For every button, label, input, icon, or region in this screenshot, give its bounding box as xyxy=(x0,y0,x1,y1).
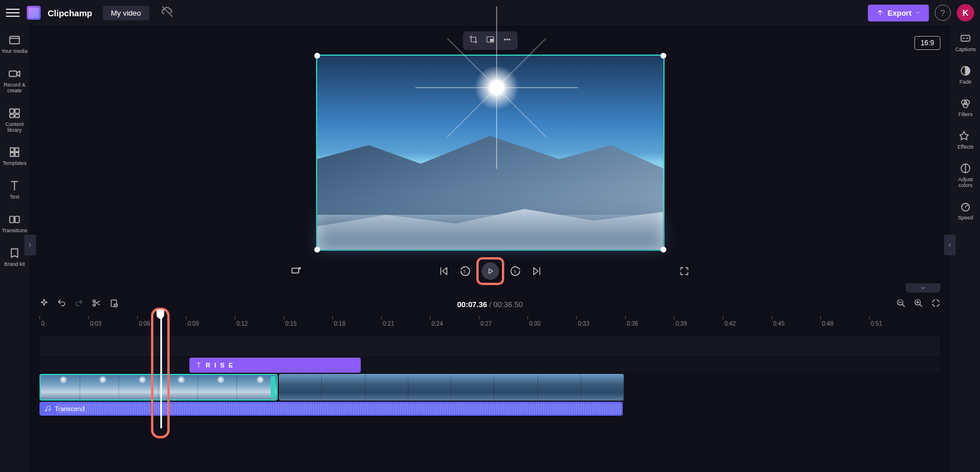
svg-rect-8 xyxy=(15,148,19,152)
forward-5s-icon[interactable]: 5 xyxy=(509,265,521,277)
undo-icon[interactable] xyxy=(57,298,66,310)
delete-icon[interactable] xyxy=(109,298,119,310)
svg-rect-4 xyxy=(15,109,19,113)
aspect-ratio-button[interactable]: 16:9 xyxy=(914,36,940,50)
rightbar-fade[interactable]: Fade xyxy=(960,65,972,85)
audio-track[interactable]: Transcend xyxy=(40,402,940,416)
rightbar-speed[interactable]: Speed xyxy=(958,201,973,221)
sidebar-your-media[interactable]: Your media xyxy=(0,33,29,56)
video-clip-2[interactable] xyxy=(279,374,624,401)
project-title[interactable]: My video xyxy=(103,6,149,20)
svg-rect-11 xyxy=(10,217,14,223)
crop-toolbar xyxy=(463,31,518,50)
user-avatar[interactable]: K xyxy=(957,4,974,21)
sidebar-transitions[interactable]: Transitions xyxy=(0,212,29,235)
svg-rect-12 xyxy=(15,217,19,223)
svg-point-24 xyxy=(509,39,510,40)
svg-rect-5 xyxy=(10,114,14,118)
playback-controls: 5 5 xyxy=(29,258,951,284)
timecode-display: 00:07.36 / 00:36.50 xyxy=(457,300,523,309)
export-button[interactable]: Export xyxy=(868,5,929,21)
brand-name: Clipchamp xyxy=(48,8,92,18)
svg-point-16 xyxy=(964,100,969,105)
total-time: 00:36.50 xyxy=(493,300,523,309)
svg-rect-2 xyxy=(9,71,17,76)
resize-handle-tl[interactable] xyxy=(314,53,320,59)
svg-point-17 xyxy=(963,103,968,107)
svg-text:5: 5 xyxy=(463,269,465,273)
timeline: 00:07.36 / 00:36.50 00:030:060:090:120:1… xyxy=(29,290,951,472)
crop-icon[interactable] xyxy=(469,35,478,46)
resize-handle-tr[interactable] xyxy=(660,53,666,59)
app-logo-icon xyxy=(27,6,41,20)
help-icon[interactable]: ? xyxy=(935,5,951,21)
text-clip[interactable]: R I S E xyxy=(189,358,361,373)
text-clip-label: R I S E xyxy=(206,362,234,369)
svg-rect-7 xyxy=(10,148,14,152)
zoom-out-icon[interactable] xyxy=(896,298,906,310)
skip-forward-icon[interactable] xyxy=(532,266,542,276)
right-sidebar: Captions Fade Filters Effects Adjust col… xyxy=(951,26,980,472)
rightbar-adjust-colors[interactable]: Adjust colors xyxy=(951,163,980,188)
top-bar: Clipchamp My video Export ? K xyxy=(0,0,980,26)
ai-icon[interactable] xyxy=(40,298,49,310)
skip-back-icon[interactable] xyxy=(439,266,449,276)
play-button[interactable] xyxy=(482,262,499,280)
svg-rect-13 xyxy=(961,35,970,41)
more-icon[interactable] xyxy=(502,35,512,46)
left-sidebar: Your media Record & create Content libra… xyxy=(0,26,29,472)
pip-icon[interactable] xyxy=(485,35,496,46)
svg-rect-6 xyxy=(15,114,19,118)
zoom-in-icon[interactable] xyxy=(914,298,923,310)
sidebar-content-library[interactable]: Content library xyxy=(0,106,29,135)
svg-point-22 xyxy=(504,39,505,40)
rightbar-filters[interactable]: Filters xyxy=(959,98,973,117)
sidebar-record-create[interactable]: Record & create xyxy=(0,66,29,95)
current-time: 00:07.36 xyxy=(457,300,487,309)
svg-rect-25 xyxy=(292,268,299,273)
svg-rect-21 xyxy=(490,39,493,41)
timeline-tracks: R I S E Transcend xyxy=(40,336,940,416)
video-track[interactable] xyxy=(40,374,940,401)
split-icon[interactable] xyxy=(92,298,101,310)
empty-track[interactable] xyxy=(40,336,940,356)
redo-icon[interactable] xyxy=(74,298,84,310)
svg-rect-9 xyxy=(10,153,14,156)
rightbar-effects[interactable]: Effects xyxy=(957,130,973,150)
fullscreen-icon[interactable] xyxy=(679,266,690,276)
svg-rect-3 xyxy=(10,109,14,113)
effects-toggle-icon[interactable] xyxy=(290,265,302,277)
rightbar-captions[interactable]: Captions xyxy=(955,33,976,52)
menu-icon[interactable] xyxy=(6,6,20,20)
back-5s-icon[interactable]: 5 xyxy=(460,265,471,277)
svg-point-23 xyxy=(507,39,508,40)
export-label: Export xyxy=(888,9,911,17)
video-preview[interactable] xyxy=(316,55,665,251)
audio-clip[interactable]: Transcend xyxy=(40,402,623,416)
sidebar-templates[interactable]: Templates xyxy=(0,145,29,168)
preview-area: 16:9 xyxy=(29,26,951,284)
resize-handle-bl[interactable] xyxy=(314,247,320,253)
video-clip-1[interactable] xyxy=(40,374,278,401)
text-track[interactable]: R I S E xyxy=(40,358,940,373)
svg-line-0 xyxy=(162,7,172,17)
zoom-fit-icon[interactable] xyxy=(931,298,940,310)
svg-rect-1 xyxy=(10,37,20,44)
timeline-toolbar: 00:07.36 / 00:36.50 xyxy=(40,296,940,312)
sidebar-text[interactable]: Text xyxy=(0,178,29,201)
svg-rect-10 xyxy=(15,153,19,156)
audio-clip-label: Transcend xyxy=(55,405,85,412)
resize-handle-br[interactable] xyxy=(660,247,666,253)
svg-text:5: 5 xyxy=(514,269,516,273)
sync-off-icon[interactable] xyxy=(161,5,174,20)
timeline-ruler[interactable]: 00:030:060:090:120:150:180:210:240:270:3… xyxy=(40,316,940,332)
